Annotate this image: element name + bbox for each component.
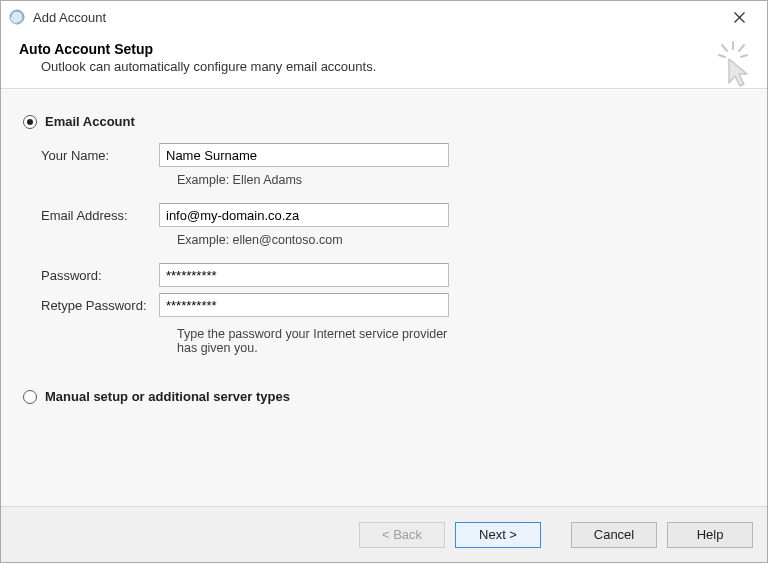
radio-email-account[interactable]	[23, 115, 37, 129]
email-input[interactable]	[159, 203, 449, 227]
password-input[interactable]	[159, 263, 449, 287]
option-email-account[interactable]: Email Account	[23, 114, 745, 129]
title-bar: Add Account	[1, 1, 767, 33]
email-hint: Example: ellen@contoso.com	[177, 233, 449, 247]
password-hint: Type the password your Internet service …	[177, 327, 449, 355]
header-subtitle: Outlook can automatically configure many…	[41, 59, 749, 74]
retype-password-input[interactable]	[159, 293, 449, 317]
svg-line-7	[739, 45, 744, 51]
app-icon	[9, 9, 25, 25]
wizard-header: Auto Account Setup Outlook can automatic…	[1, 33, 767, 89]
retype-password-label: Retype Password:	[41, 298, 151, 313]
svg-line-6	[722, 45, 727, 51]
header-title: Auto Account Setup	[19, 41, 749, 57]
email-label: Email Address:	[41, 208, 151, 223]
next-button[interactable]: Next >	[455, 522, 541, 548]
account-form: Your Name: Example: Ellen Adams Email Ad…	[41, 143, 745, 365]
your-name-hint: Example: Ellen Adams	[177, 173, 449, 187]
cancel-button[interactable]: Cancel	[571, 522, 657, 548]
your-name-label: Your Name:	[41, 148, 151, 163]
close-icon	[734, 12, 745, 23]
option-manual-setup[interactable]: Manual setup or additional server types	[23, 389, 745, 404]
svg-line-4	[719, 55, 725, 57]
window-title: Add Account	[33, 10, 106, 25]
help-button[interactable]: Help	[667, 522, 753, 548]
close-button[interactable]	[719, 1, 759, 33]
password-label: Password:	[41, 268, 151, 283]
option-email-account-label: Email Account	[45, 114, 135, 129]
wizard-footer: < Back Next > Cancel Help	[1, 506, 767, 562]
your-name-input[interactable]	[159, 143, 449, 167]
wizard-body: Email Account Your Name: Example: Ellen …	[1, 89, 767, 506]
back-button[interactable]: < Back	[359, 522, 445, 548]
cursor-click-icon	[713, 41, 753, 89]
svg-line-5	[741, 55, 747, 57]
radio-manual-setup[interactable]	[23, 390, 37, 404]
svg-point-0	[10, 10, 24, 24]
option-manual-label: Manual setup or additional server types	[45, 389, 290, 404]
